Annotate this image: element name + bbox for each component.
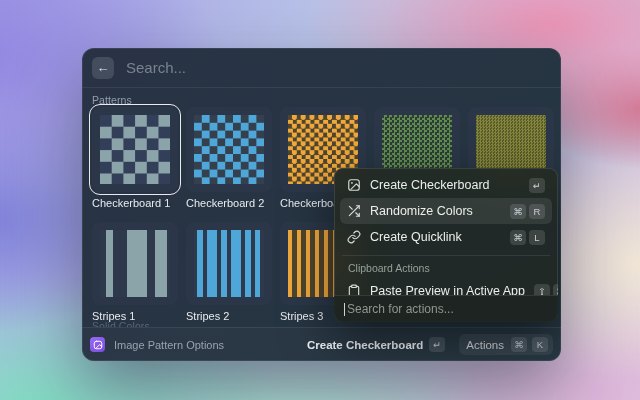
tile-label: Checkerboard 2 — [186, 197, 264, 209]
menu-item-label: Create Quicklink — [370, 230, 462, 244]
image-icon — [347, 178, 361, 192]
launcher-window: ← Patterns Checkerboard 1 Checkerboard 2… — [82, 48, 561, 361]
tile-checkerboard-2[interactable] — [186, 107, 272, 192]
r-key-badge: R — [529, 204, 545, 219]
menu-item-label: Randomize Colors — [370, 204, 473, 218]
tile-label: Stripes 2 — [186, 310, 229, 322]
l-key-badge: L — [529, 230, 545, 245]
actions-search-field[interactable]: Search for actions... — [334, 295, 558, 322]
checkerboard-pattern — [194, 115, 264, 184]
text-cursor — [344, 303, 345, 316]
cmd-key-badge: ⌘ — [511, 337, 527, 352]
image-icon — [93, 340, 103, 350]
menu-section-clipboard-actions: Clipboard Actions — [348, 262, 544, 274]
actions-button[interactable]: Actions ⌘ K — [459, 334, 553, 355]
menu-item-create-quicklink[interactable]: Create Quicklink ⌘ L — [340, 224, 552, 250]
desktop-wallpaper: ← Patterns Checkerboard 1 Checkerboard 2… — [0, 0, 640, 400]
tile-stripes-1[interactable] — [92, 222, 178, 305]
menu-item-label: Create Checkerboard — [370, 178, 490, 192]
tile-stripes-2[interactable] — [186, 222, 272, 305]
return-key-badge: ↵ — [529, 178, 545, 193]
primary-action-label[interactable]: Create Checkerboard — [307, 339, 423, 351]
back-icon: ← — [97, 60, 110, 75]
cmd-key-badge: ⌘ — [510, 230, 526, 245]
k-key-badge: K — [532, 337, 548, 352]
actions-menu-list: Create Checkerboard ↵ Randomize Colors ⌘… — [334, 168, 558, 295]
app-icon — [90, 337, 105, 352]
cmd-key-badge: ⌘ — [553, 284, 558, 296]
shift-key-badge: ⇧ — [534, 284, 550, 296]
tile-checkerboard-1[interactable] — [92, 107, 178, 192]
menu-item-paste-preview[interactable]: Paste Preview in Active App ⇧ ⌘ V — [340, 278, 552, 295]
search-bar: ← — [82, 48, 561, 88]
tile-label: Stripes 3 — [280, 310, 323, 322]
stripes-pattern — [194, 230, 264, 297]
stripes-pattern — [100, 230, 170, 297]
link-icon — [347, 230, 361, 244]
menu-item-create-checkerboard[interactable]: Create Checkerboard ↵ — [340, 172, 552, 198]
checkerboard-pattern — [100, 115, 170, 184]
app-name-label: Image Pattern Options — [114, 339, 224, 351]
status-bar: Image Pattern Options Create Checkerboar… — [82, 327, 561, 361]
cmd-key-badge: ⌘ — [510, 204, 526, 219]
return-key-badge: ↵ — [429, 337, 445, 352]
actions-menu: Create Checkerboard ↵ Randomize Colors ⌘… — [334, 168, 558, 322]
search-input[interactable] — [126, 59, 551, 76]
back-button[interactable]: ← — [92, 57, 114, 79]
actions-search-placeholder: Search for actions... — [347, 302, 454, 316]
tile-label: Checkerboard 1 — [92, 197, 170, 209]
patterns-section-label: Patterns — [92, 94, 132, 106]
shuffle-icon — [347, 204, 361, 218]
actions-label: Actions — [464, 339, 506, 351]
clipboard-icon — [347, 284, 361, 295]
next-section-label: Solid Colors — [92, 320, 150, 327]
menu-item-label: Paste Preview in Active App — [370, 284, 525, 295]
menu-divider — [342, 255, 550, 256]
menu-item-randomize-colors[interactable]: Randomize Colors ⌘ R — [340, 198, 552, 224]
